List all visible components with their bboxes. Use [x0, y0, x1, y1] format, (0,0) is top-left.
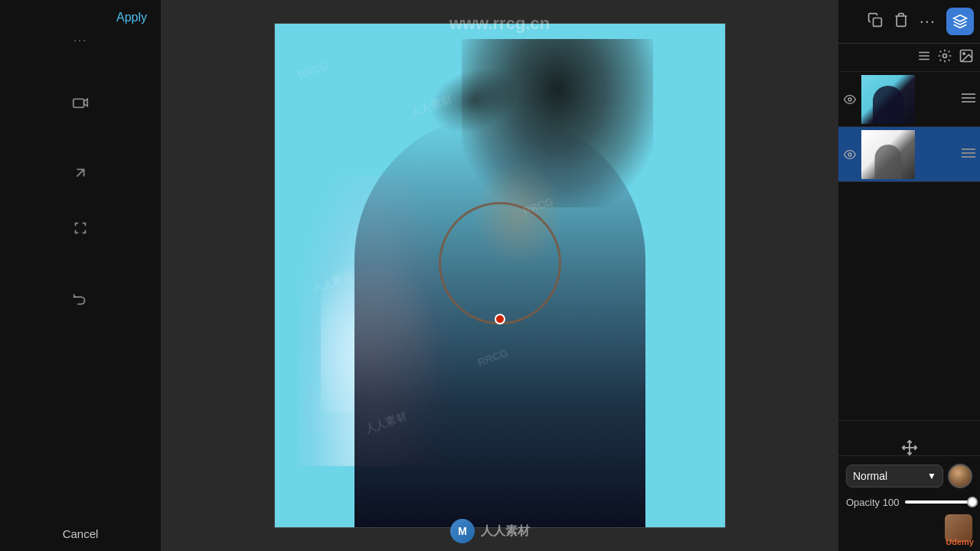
image-icon	[959, 48, 974, 64]
canvas-area[interactable]: RRCG 人人素材 RRCG 人人素材 RRCG 人人素材 www.rrcg.c…	[161, 0, 838, 551]
eye-icon-2	[844, 148, 856, 161]
udemy-logo: Udemy	[946, 537, 974, 546]
layer-1-menu[interactable]	[962, 93, 975, 106]
more-options-button[interactable]: ···	[67, 26, 94, 54]
layer-2-visibility[interactable]	[838, 148, 861, 161]
undo-button[interactable]	[67, 285, 94, 312]
svg-rect-0	[74, 99, 84, 107]
apply-button[interactable]: Apply	[116, 11, 147, 24]
opacity-label: Opacity 100	[846, 497, 899, 508]
opacity-slider[interactable]	[905, 494, 972, 510]
transform-icon	[901, 439, 918, 456]
svg-point-8	[943, 54, 947, 58]
fullscreen-button[interactable]	[67, 214, 94, 242]
slider-thumb[interactable]	[967, 497, 978, 507]
layer-1-visibility[interactable]	[838, 93, 861, 106]
expand-button[interactable]	[67, 159, 94, 187]
blend-mode-row: Normal ▼	[846, 464, 972, 488]
adjust-icon	[937, 48, 952, 64]
undo-icon	[72, 290, 89, 307]
layer-item-2[interactable]	[838, 127, 980, 182]
svg-marker-4	[954, 15, 967, 21]
layer-options-icon	[917, 49, 931, 63]
blend-mode-select[interactable]: Normal ▼	[846, 465, 943, 487]
color-dot-button[interactable]	[948, 464, 972, 488]
panel-more-button[interactable]: ···	[920, 11, 936, 31]
thumb-figure	[873, 86, 903, 124]
hamburger-icon-1	[962, 93, 975, 103]
secondary-tool-1[interactable]	[917, 49, 931, 66]
svg-point-11	[848, 98, 851, 101]
more-options-icon: ···	[74, 34, 87, 46]
camera-button[interactable]	[67, 89, 94, 116]
camera-icon	[72, 94, 89, 111]
secondary-toolbar	[838, 44, 980, 72]
svg-point-15	[848, 153, 851, 156]
slider-fill	[905, 500, 972, 504]
svg-marker-1	[84, 99, 88, 106]
svg-point-10	[963, 53, 965, 55]
opacity-row: Opacity 100	[846, 494, 972, 510]
right-toolbar: ···	[838, 0, 980, 44]
copy-icon	[867, 12, 883, 28]
layer-2-thumbnail	[861, 130, 915, 179]
layer-2-menu[interactable]	[962, 148, 975, 161]
cancel-button[interactable]: Cancel	[63, 527, 99, 540]
left-sidebar: Apply ···	[0, 0, 161, 551]
thumb-figure-2	[875, 145, 902, 179]
expand-icon	[72, 165, 89, 181]
fullscreen-icon	[72, 220, 89, 236]
copy-button[interactable]	[867, 12, 883, 31]
slider-track	[905, 500, 972, 504]
eye-icon-1	[844, 93, 856, 106]
opacity-value: 100	[883, 497, 900, 508]
chevron-down-icon: ▼	[927, 471, 936, 481]
bottom-bar: Normal ▼ Opacity 100 Udemy	[838, 455, 980, 551]
layers-button[interactable]	[946, 8, 974, 35]
svg-rect-3	[873, 18, 881, 26]
face-hint	[472, 161, 564, 269]
svg-line-2	[77, 169, 83, 176]
delete-icon	[893, 12, 909, 28]
image-icon-btn[interactable]	[959, 48, 974, 67]
blend-mode-label: Normal	[853, 470, 887, 482]
hamburger-icon-2	[962, 148, 975, 158]
layer-item-1[interactable]	[838, 72, 980, 127]
left-tools: ···	[67, 26, 94, 312]
right-panel: ···	[838, 0, 980, 551]
canvas-image[interactable]: RRCG 人人素材 RRCG 人人素材 RRCG 人人素材	[274, 23, 726, 528]
spacer	[838, 182, 980, 420]
adjust-icon-btn[interactable]	[937, 48, 952, 67]
delete-button[interactable]	[893, 12, 909, 31]
layer-1-thumbnail	[861, 75, 915, 124]
layers-icon	[952, 14, 968, 29]
